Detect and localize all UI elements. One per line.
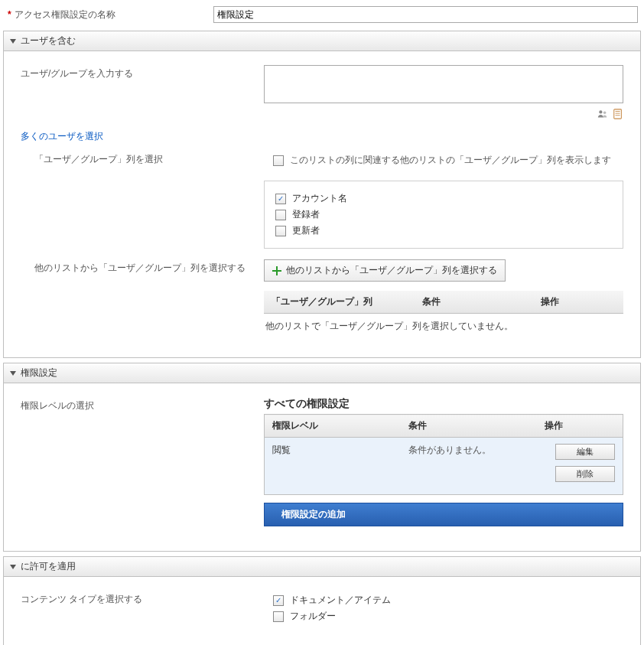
name-label: アクセス権限設定の名称 (15, 8, 213, 21)
perm-table: 権限レベル 条件 操作 閲覧 条件がありません。 編集 削除 (264, 414, 623, 495)
add-perm-button[interactable]: 権限設定の追加 (264, 503, 623, 526)
panel-apply-header[interactable]: に許可を適用 (4, 557, 640, 577)
delete-button[interactable]: 削除 (555, 466, 615, 482)
folder-checkbox[interactable] (273, 611, 284, 622)
perm-col-2: 条件 (401, 415, 537, 438)
chevron-down-icon (10, 39, 16, 44)
user-columns-box: ✓ アカウント名 登録者 更新者 (264, 181, 623, 249)
folder-label: フォルダー (290, 610, 336, 623)
grid-empty-message: 他のリストで「ユーザ／グループ」列を選択していません。 (264, 314, 623, 333)
panel-permissions-header[interactable]: 権限設定 (4, 363, 640, 383)
grid-col-1: 「ユーザ／グループ」列 (264, 291, 415, 314)
edit-button[interactable]: 編集 (555, 444, 615, 460)
panel-permissions: 権限設定 権限レベルの選択 すべての権限設定 権限レベル 条件 操作 閲覧 条件… (3, 363, 641, 552)
panel-apply: に許可を適用 コンテンツ タイプを選択する ✓ ドキュメント／アイテム フォルダ… (3, 556, 641, 645)
chevron-down-icon (10, 565, 16, 569)
name-row: * アクセス権限設定の名称 (3, 3, 641, 31)
perm-cond-cell: 条件がありません。 (401, 438, 537, 495)
col-select-label: 「ユーザ／グループ」列を選択 (21, 151, 273, 170)
svg-rect-2 (614, 109, 622, 119)
panel-apply-title: に許可を適用 (21, 560, 76, 573)
panel-users: ユーザを含む ユーザ/グループを入力する (3, 31, 641, 358)
required-asterisk: * (8, 9, 11, 20)
user-columns-grid: 「ユーザ／グループ」列 条件 操作 (264, 291, 623, 314)
registrar-checkbox[interactable] (275, 210, 286, 220)
doc-item-label: ドキュメント／アイテム (290, 594, 391, 607)
address-book-icon[interactable] (613, 109, 623, 119)
perm-level-label: 権限レベルの選択 (21, 397, 264, 526)
related-checkbox[interactable] (273, 155, 284, 166)
perm-col-1: 権限レベル (265, 415, 401, 438)
related-checkbox-label: このリストの列に関連する他のリストの「ユーザ／グループ」列を表示します (290, 154, 611, 167)
all-perm-heading: すべての権限設定 (264, 397, 623, 411)
other-list-button[interactable]: 他のリストから「ユーザ／グループ」列を選択する (264, 259, 506, 282)
doc-item-checkbox[interactable]: ✓ (273, 595, 284, 606)
people-icon[interactable] (597, 109, 608, 119)
svg-point-1 (603, 112, 607, 115)
perm-level-cell: 閲覧 (265, 438, 401, 495)
perm-col-3: 操作 (537, 415, 623, 438)
panel-permissions-title: 権限設定 (21, 366, 57, 380)
panel-users-title: ユーザを含む (21, 34, 76, 47)
chevron-down-icon (10, 371, 16, 376)
content-type-label: コンテンツ タイプを選択する (21, 591, 273, 626)
grid-col-2: 条件 (415, 291, 533, 314)
registrar-label: 登録者 (292, 208, 320, 221)
panel-users-header[interactable]: ユーザを含む (4, 31, 640, 51)
more-users-link[interactable]: 多くのユーザを選択 (21, 131, 103, 142)
users-textarea[interactable] (264, 65, 623, 103)
plus-icon (272, 266, 281, 275)
name-input[interactable] (213, 6, 638, 23)
account-checkbox[interactable]: ✓ (275, 194, 286, 204)
other-list-label: 他のリストから「ユーザ／グループ」列を選択する (21, 259, 264, 333)
users-input-label: ユーザ/グループを入力する (21, 65, 264, 119)
account-label: アカウント名 (292, 192, 347, 205)
updater-label: 更新者 (292, 224, 320, 237)
svg-point-0 (599, 110, 602, 113)
grid-col-3: 操作 (533, 291, 623, 314)
updater-checkbox[interactable] (275, 226, 286, 236)
other-list-button-label: 他のリストから「ユーザ／グループ」列を選択する (286, 264, 497, 277)
perm-row: 閲覧 条件がありません。 編集 削除 (265, 438, 623, 495)
